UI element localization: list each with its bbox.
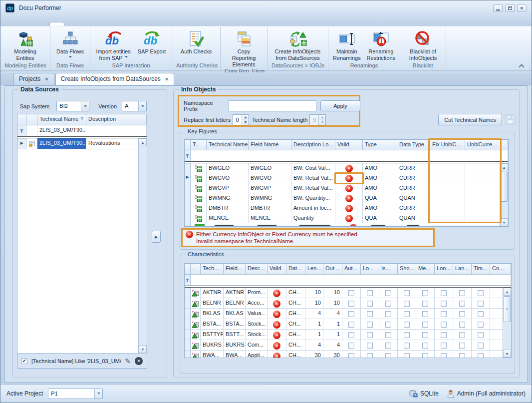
- column-header[interactable]: Sho...: [398, 264, 416, 275]
- attribute-checkbox[interactable]: [348, 343, 354, 349]
- renaming-restrictions-button[interactable]: Renaming Restrictions: [364, 28, 398, 61]
- replace-first-letters-stepper[interactable]: 0: [233, 114, 249, 125]
- column-header[interactable]: Aut...: [342, 264, 361, 275]
- attribute-checkbox[interactable]: [459, 311, 465, 317]
- attribute-checkbox[interactable]: [404, 322, 410, 328]
- column-header[interactable]: Description Lo...: [291, 140, 335, 150]
- attribute-checkbox[interactable]: [478, 290, 484, 296]
- filter-row[interactable]: [191, 275, 511, 286]
- column-header[interactable]: Unit/Curre...: [465, 140, 508, 150]
- table-row[interactable]: BWA... BWA... Appli... CH... 30 30: [185, 351, 511, 358]
- attribute-checkbox[interactable]: [367, 343, 373, 349]
- attribute-checkbox[interactable]: [404, 311, 410, 317]
- menu-tab[interactable]: [64, 22, 78, 26]
- filter-cell-technical-name[interactable]: 2LIS_03_UM/T90...: [37, 125, 86, 136]
- attribute-checkbox[interactable]: [348, 332, 354, 338]
- stepper-down-icon[interactable]: [242, 120, 249, 125]
- column-header[interactable]: Dat...: [286, 264, 305, 275]
- column-header[interactable]: T..: [191, 140, 207, 150]
- attribute-checkbox[interactable]: [422, 332, 428, 338]
- edit-filter-icon[interactable]: ✎: [125, 357, 131, 365]
- table-row[interactable]: BSTTYP BSTT... Stock... CH... 1 1: [185, 330, 511, 340]
- attribute-checkbox[interactable]: [404, 343, 410, 349]
- tab-close-icon[interactable]: ✕: [44, 76, 48, 82]
- minimize-button[interactable]: [493, 4, 503, 12]
- scroll-up-icon[interactable]: ▲: [503, 288, 511, 296]
- attribute-checkbox[interactable]: [478, 343, 484, 349]
- attribute-checkbox[interactable]: [348, 290, 354, 296]
- attribute-checkbox[interactable]: [367, 301, 373, 307]
- table-row[interactable]: MENGE MENGE Quantity QUA QUAN: [185, 213, 508, 223]
- attribute-checkbox[interactable]: [478, 301, 484, 307]
- menu-tab[interactable]: [35, 22, 49, 26]
- table-row[interactable]: DMBTR DMBTR Amount in loc... AMO CURR: [185, 203, 508, 213]
- attribute-checkbox[interactable]: [367, 311, 373, 317]
- column-header[interactable]: Tim...: [472, 264, 490, 275]
- data-flows-button[interactable]: Data Flows: [53, 28, 87, 59]
- attribute-checkbox[interactable]: [478, 353, 484, 358]
- attribute-checkbox[interactable]: [348, 322, 354, 328]
- menu-tab[interactable]: [106, 22, 120, 26]
- import-entities-from-sap-button[interactable]: db Import entities from SAP: [93, 28, 134, 61]
- table-row[interactable]: BKLAS BKLAS Valua... CH... 4 4: [185, 309, 511, 319]
- column-header[interactable]: Technical Name: [207, 140, 249, 150]
- column-header[interactable]: Me...: [416, 264, 435, 275]
- create-infoobjects-button[interactable]: Create InfoObjects from DataSources: [272, 28, 324, 61]
- close-filter-icon[interactable]: ✕: [135, 357, 143, 365]
- table-row[interactable]: BELNR BELNR Acco... CH... 10 10: [185, 298, 511, 309]
- column-header[interactable]: Desc...: [246, 264, 267, 275]
- scroll-up-icon[interactable]: ▲: [500, 163, 508, 171]
- attribute-checkbox[interactable]: [441, 353, 447, 358]
- scrollbar-thumb[interactable]: ≡: [504, 296, 511, 322]
- scroll-up-icon[interactable]: ▲: [139, 138, 147, 146]
- table-row[interactable]: BWGEO BWGEO BW: Cost Val... AMO CURR: [185, 163, 508, 173]
- scroll-down-icon[interactable]: ▼: [500, 218, 508, 226]
- table-row[interactable]: ▶ BWGVO BWGVO BW:: [185, 173, 508, 183]
- attribute-checkbox[interactable]: [441, 343, 447, 349]
- active-project-combo[interactable]: P1: [48, 389, 103, 399]
- attribute-checkbox[interactable]: [385, 301, 391, 307]
- column-header[interactable]: Field...: [224, 264, 246, 275]
- menu-tab[interactable]: [134, 22, 148, 26]
- table-row[interactable]: ▶ 2LIS_03_UM/T90... Revaluations: [17, 138, 147, 149]
- attribute-checkbox[interactable]: [404, 290, 410, 296]
- namespace-prefix-input[interactable]: [229, 100, 316, 111]
- scrollbar-thumb[interactable]: [501, 172, 508, 202]
- column-header[interactable]: Lon...: [435, 264, 453, 275]
- attribute-checkbox[interactable]: [441, 322, 447, 328]
- vertical-scrollbar[interactable]: ▲ ▼: [500, 163, 508, 226]
- filter-row[interactable]: [191, 150, 508, 161]
- attribute-checkbox[interactable]: [441, 332, 447, 338]
- attribute-checkbox[interactable]: [348, 311, 354, 317]
- vertical-scrollbar[interactable]: ▲ ≡ ▼: [503, 288, 511, 358]
- attribute-checkbox[interactable]: [441, 311, 447, 317]
- attribute-checkbox[interactable]: [348, 353, 354, 358]
- attribute-checkbox[interactable]: [404, 353, 410, 358]
- cut-technical-names-button[interactable]: Cut Technical Names: [438, 114, 502, 125]
- column-header[interactable]: Fix Unit/C...: [430, 140, 465, 150]
- blacklist-infoobjects-button[interactable]: Blacklist of InfoObjects: [406, 28, 440, 61]
- transfer-right-button[interactable]: ▶: [152, 231, 161, 243]
- attribute-checkbox[interactable]: [441, 290, 447, 296]
- attribute-checkbox[interactable]: [459, 353, 465, 358]
- attribute-checkbox[interactable]: [367, 290, 373, 296]
- attribute-checkbox[interactable]: [385, 353, 391, 358]
- attribute-checkbox[interactable]: [422, 301, 428, 307]
- column-header[interactable]: .: [191, 264, 201, 275]
- column-header[interactable]: Co...: [490, 264, 511, 275]
- attribute-checkbox[interactable]: [404, 301, 410, 307]
- filter-cell-description[interactable]: [86, 125, 147, 136]
- menu-tab[interactable]: [21, 22, 35, 26]
- attribute-checkbox[interactable]: [422, 353, 428, 358]
- filter-enabled-checkbox[interactable]: ✔: [21, 358, 27, 364]
- version-combo[interactable]: A: [122, 101, 147, 111]
- attribute-checkbox[interactable]: [348, 301, 354, 307]
- copy-reporting-elements-button[interactable]: Copy Reporting Elements: [223, 28, 265, 68]
- attribute-checkbox[interactable]: [385, 343, 391, 349]
- attribute-checkbox[interactable]: [459, 343, 465, 349]
- selected-cell[interactable]: 2LIS_03_UM/T90...: [37, 138, 86, 149]
- vertical-scrollbar[interactable]: ▲ ▼: [138, 138, 147, 353]
- attribute-checkbox[interactable]: [478, 322, 484, 328]
- attribute-checkbox[interactable]: [367, 322, 373, 328]
- table-row[interactable]: BUKRS BUKRS Com... CH... 4 4: [185, 340, 511, 351]
